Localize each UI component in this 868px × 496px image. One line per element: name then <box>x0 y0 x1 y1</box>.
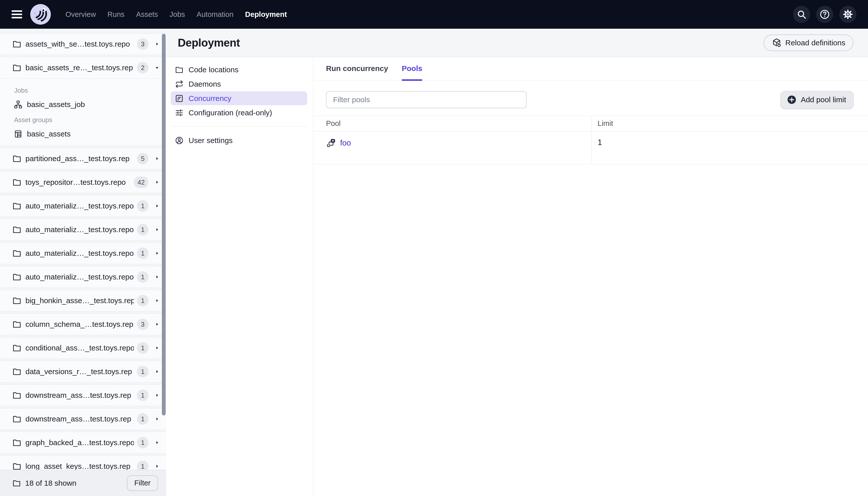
topnav-item-automation[interactable]: Automation <box>196 10 234 19</box>
repository-row-header[interactable]: basic_assets_re…_test.toys.rep2 <box>0 57 166 78</box>
repository-name: partitioned_ass…_test.toys.rep <box>26 154 134 163</box>
folder-icon <box>12 225 22 234</box>
chevron-down-icon[interactable] <box>154 65 160 71</box>
repository-row: basic_assets_re…_test.toys.rep2Jobsbasic… <box>0 57 166 146</box>
chevron-right-icon[interactable] <box>154 274 160 280</box>
topnav-item-runs[interactable]: Runs <box>108 10 125 19</box>
settings-nav-item-user-settings[interactable]: User settings <box>171 134 307 147</box>
repository-row-header[interactable]: conditional_ass…_test.toys.repo1 <box>0 337 166 358</box>
sidebar-item-basic-assets[interactable]: basic_assets <box>14 129 166 138</box>
chevron-right-icon[interactable] <box>154 298 160 304</box>
chevron-right-icon[interactable] <box>154 392 160 398</box>
add-pool-limit-button[interactable]: Add pool limit <box>780 91 853 109</box>
sidebar-footer: 18 of 18 shown Filter <box>0 470 166 496</box>
repository-row-header[interactable]: data_versions_r…_test.toys.rep1 <box>0 361 166 382</box>
settings-nav-item-configuration-read-only[interactable]: Configuration (read-only) <box>171 106 307 120</box>
pools-table-header: Pool Limit <box>313 115 868 131</box>
repository-row: auto_materializ…_test.toys.repo1 <box>0 266 166 288</box>
settings-gear-icon[interactable] <box>839 6 856 23</box>
page-header: Deployment Reload definitions <box>166 29 868 57</box>
chevron-right-icon[interactable] <box>154 156 160 161</box>
folder-icon <box>12 367 22 376</box>
tab-pools[interactable]: Pools <box>402 64 422 81</box>
settings-nav-item-concurrency[interactable]: Concurrency <box>171 91 307 105</box>
hamburger-menu-icon[interactable] <box>12 9 22 20</box>
repository-row: auto_materializ…_test.toys.repo1 <box>0 219 166 241</box>
repository-row-header[interactable]: auto_materializ…_test.toys.repo1 <box>0 243 166 264</box>
repository-row: downstream_ass…test.toys.rep1 <box>0 385 166 406</box>
tab-run-concurrency[interactable]: Run concurrency <box>326 64 388 81</box>
repository-row-header[interactable]: long_asset_keys…test.toys.rep1 <box>0 456 166 470</box>
repository-row: graph_backed_a…test.toys.repo1 <box>0 432 166 453</box>
folder-icon <box>12 154 22 164</box>
topnav-item-deployment[interactable]: Deployment <box>245 10 287 19</box>
repository-name: basic_assets_re…_test.toys.rep <box>26 63 134 72</box>
limit-cell: 1 <box>591 131 868 164</box>
chevron-right-icon[interactable] <box>154 440 160 445</box>
chevron-right-icon[interactable] <box>154 180 160 185</box>
repository-row-header[interactable]: graph_backed_a…test.toys.repo1 <box>0 432 166 453</box>
repository-row-header[interactable]: assets_with_se…test.toys.repo3 <box>0 33 166 55</box>
topnav-item-assets[interactable]: Assets <box>136 10 158 19</box>
asset-count-badge: 1 <box>137 389 148 401</box>
repository-row: partitioned_ass…_test.toys.rep5 <box>0 148 166 169</box>
chevron-right-icon[interactable] <box>154 250 160 256</box>
chevron-right-icon[interactable] <box>154 41 160 47</box>
settings-nav-item-code-locations[interactable]: Code locations <box>171 63 307 77</box>
settings-nav-item-daemons[interactable]: Daemons <box>171 77 307 91</box>
folder-icon <box>12 296 22 306</box>
topnav-item-overview[interactable]: Overview <box>65 10 96 19</box>
repository-row-header[interactable]: downstream_ass…test.toys.rep1 <box>0 385 166 406</box>
folder-icon <box>12 320 22 329</box>
filter-button[interactable]: Filter <box>127 475 158 491</box>
repository-row: toys_repositor…test.toys.repo42 <box>0 171 166 193</box>
settings-nav-label: Configuration (read-only) <box>189 109 272 117</box>
pools-table: Pool Limit foo1 <box>313 115 868 165</box>
pool-link-foo[interactable]: foo <box>326 138 351 148</box>
concurrency-tabs: Run concurrencyPools <box>313 57 868 80</box>
section-title-jobs: Jobs <box>14 87 166 94</box>
asset-count-badge: 1 <box>137 295 148 306</box>
repository-row-header[interactable]: downstream_ass…test.toys.rep1 <box>0 408 166 430</box>
asset-count-badge: 1 <box>137 461 148 470</box>
folder-icon <box>12 414 22 424</box>
repository-row-header[interactable]: column_schema_…test.toys.rep3 <box>0 314 166 335</box>
asset-count-badge: 3 <box>137 319 148 330</box>
asset-count-badge: 1 <box>137 437 148 448</box>
filter-pools-input[interactable] <box>326 91 527 108</box>
repository-row-header[interactable]: auto_materializ…_test.toys.repo1 <box>0 196 166 217</box>
chevron-right-icon[interactable] <box>154 227 160 232</box>
reload-definitions-button[interactable]: Reload definitions <box>763 34 854 51</box>
repository-row-header[interactable]: auto_materializ…_test.toys.repo1 <box>0 266 166 288</box>
folder-icon <box>12 438 22 447</box>
repository-row: auto_materializ…_test.toys.repo1 <box>0 243 166 264</box>
repository-name: auto_materializ…_test.toys.repo <box>26 202 134 210</box>
repository-row-header[interactable]: partitioned_ass…_test.toys.rep5 <box>0 148 166 169</box>
dagster-logo-icon[interactable] <box>30 3 51 25</box>
sidebar-item-basic-assets-job[interactable]: basic_assets_job <box>14 100 166 109</box>
topnav-item-jobs[interactable]: Jobs <box>170 10 185 19</box>
search-icon[interactable] <box>793 6 810 23</box>
folder-icon <box>12 39 22 49</box>
chevron-right-icon[interactable] <box>154 369 160 374</box>
help-icon[interactable] <box>816 6 833 23</box>
top-bar-actions <box>793 6 856 23</box>
asset-sidebar: assets_with_se…test.toys.repo3basic_asse… <box>0 29 166 496</box>
folder-icon <box>12 390 22 400</box>
repository-row-header[interactable]: big_honkin_asse…_test.toys.rep1 <box>0 290 166 311</box>
limit-column-header: Limit <box>591 116 868 131</box>
chevron-right-icon[interactable] <box>154 203 160 209</box>
chevron-right-icon[interactable] <box>154 322 160 327</box>
asset-group-icon <box>14 129 23 138</box>
repository-name: graph_backed_a…test.toys.repo <box>26 438 134 447</box>
repository-row-header[interactable]: toys_repositor…test.toys.repo42 <box>0 172 166 193</box>
chevron-right-icon[interactable] <box>154 345 160 351</box>
main-area: Deployment Reload definitions Code locat… <box>166 29 868 496</box>
repository-name: auto_materializ…_test.toys.repo <box>26 225 134 234</box>
folder-icon <box>12 63 22 73</box>
chevron-right-icon[interactable] <box>154 464 160 469</box>
repository-row-header[interactable]: auto_materializ…_test.toys.repo1 <box>0 219 166 240</box>
chevron-right-icon[interactable] <box>154 416 160 422</box>
sidebar-item-label: basic_assets_job <box>27 100 85 109</box>
sidebar-scrollbar[interactable] <box>162 34 165 415</box>
